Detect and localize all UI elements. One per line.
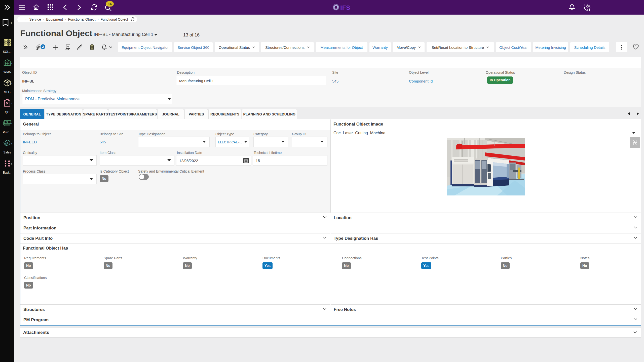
- svg-text:$: $: [7, 141, 9, 145]
- svg-text:$: $: [6, 121, 8, 124]
